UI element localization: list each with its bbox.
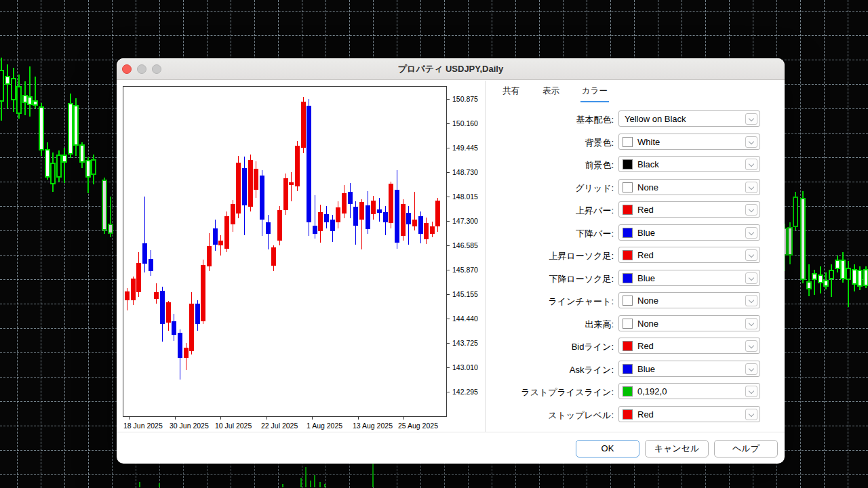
chevron-down-icon[interactable] [745, 295, 757, 306]
setting-row-bid-line: Bidライン: Red [117, 338, 785, 354]
color-swatch [623, 409, 633, 420]
dialog-title: プロパティ USDJPY,Daily [117, 63, 785, 75]
chevron-down-icon[interactable] [745, 409, 757, 420]
color-swatch [623, 205, 633, 215]
line-chart-color-select[interactable]: None [618, 292, 760, 308]
chevron-down-icon[interactable] [745, 204, 757, 216]
chevron-down-icon[interactable] [745, 227, 757, 239]
setting-row-last-price-line: ラストプライスライン: 0,192,0 [117, 383, 785, 399]
chevron-down-icon[interactable] [745, 318, 757, 329]
ask-line-color-select[interactable]: Blue [618, 361, 760, 377]
color-swatch [623, 137, 633, 147]
color-swatch [623, 250, 633, 260]
setting-row-volumes: 出来高: None [117, 315, 785, 331]
chevron-down-icon[interactable] [745, 340, 757, 352]
color-swatch [623, 364, 633, 374]
tab-colors[interactable]: カラー [580, 84, 609, 102]
bear-candle-color-select[interactable]: Blue [618, 270, 760, 286]
setting-row-basic-colors: 基本配色: Yellow on Black [117, 110, 785, 127]
chevron-down-icon[interactable] [745, 113, 757, 125]
setting-row-line-chart: ラインチャート: None [117, 292, 785, 308]
color-swatch [623, 182, 633, 192]
setting-row-grid: グリッド: None [117, 179, 785, 195]
color-swatch [623, 386, 633, 396]
bar-down-color-select[interactable]: Blue [618, 224, 760, 241]
setting-row-bear-candle: 下降ローソク足: Blue [117, 270, 785, 286]
tab-show[interactable]: 表示 [541, 84, 561, 101]
chevron-down-icon[interactable] [745, 136, 757, 148]
ok-button[interactable]: OK [576, 440, 639, 458]
setting-row-bull-candle: 上昇ローソク足: Red [117, 247, 785, 263]
chevron-down-icon[interactable] [745, 272, 757, 284]
bar-up-color-select[interactable]: Red [618, 201, 760, 218]
setting-row-foreground: 前景色: Black [117, 156, 785, 172]
color-swatch [623, 341, 633, 351]
dialog-titlebar[interactable]: プロパティ USDJPY,Daily [117, 58, 785, 80]
properties-dialog: プロパティ USDJPY,Daily 150.875150.160149.445… [117, 58, 785, 464]
color-swatch [623, 296, 633, 306]
cancel-button[interactable]: キャンセル [645, 440, 709, 458]
chevron-down-icon[interactable] [745, 386, 757, 397]
chevron-down-icon[interactable] [745, 182, 757, 193]
setting-row-stop-levels: ストップレベル: Red [117, 406, 785, 422]
basic-colors-select[interactable]: Yellow on Black [618, 110, 760, 127]
foreground-color-select[interactable]: Black [618, 156, 760, 172]
chevron-down-icon[interactable] [745, 159, 757, 170]
chevron-down-icon[interactable] [745, 249, 757, 261]
stop-levels-color-select[interactable]: Red [618, 406, 760, 422]
color-swatch [623, 319, 633, 329]
color-swatch [623, 159, 633, 169]
color-swatch [623, 228, 633, 238]
setting-row-bar-up: 上昇バー: Red [117, 201, 785, 218]
setting-row-background: 背景色: White [117, 134, 785, 150]
screen: プロパティ USDJPY,Daily 150.875150.160149.445… [0, 0, 868, 488]
chevron-down-icon[interactable] [745, 363, 757, 375]
setting-row-bar-down: 下降バー: Blue [117, 224, 785, 241]
volumes-color-select[interactable]: None [618, 315, 760, 331]
setting-row-ask-line: Askライン: Blue [117, 361, 785, 377]
background-color-select[interactable]: White [618, 134, 760, 150]
last-price-line-color-select[interactable]: 0,192,0 [618, 383, 760, 399]
bull-candle-color-select[interactable]: Red [618, 247, 760, 263]
color-swatch [623, 273, 633, 283]
tab-common[interactable]: 共有 [501, 84, 521, 101]
help-button[interactable]: ヘルプ [714, 440, 778, 458]
bid-line-color-select[interactable]: Red [618, 338, 760, 354]
grid-color-select[interactable]: None [618, 179, 760, 195]
footer-divider [117, 432, 785, 432]
